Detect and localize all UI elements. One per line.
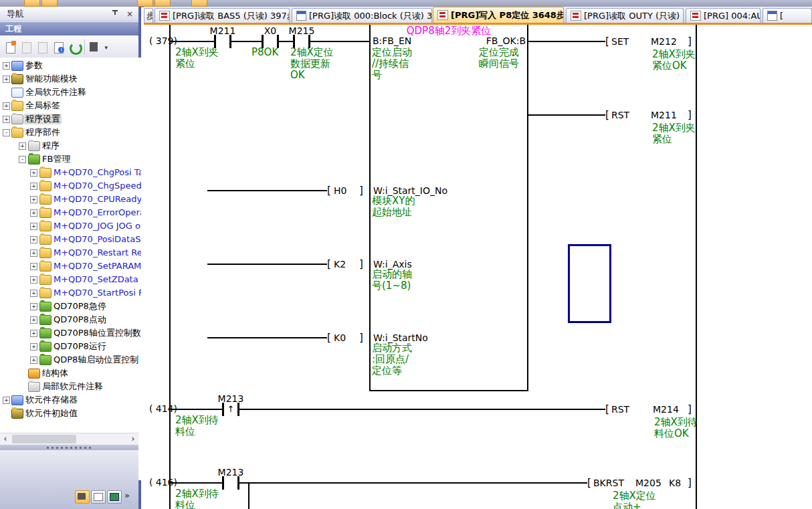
expand-toggle[interactable]: + <box>3 76 10 83</box>
tree-item-device-memory[interactable]: +软元件存储器 <box>0 393 141 407</box>
output-instruction[interactable]: SET <box>611 36 629 47</box>
contact-no[interactable] <box>222 476 239 490</box>
tree-item-qd70p8-axis-posdata[interactable]: +QD70P8轴位置控制数据 <box>0 326 141 340</box>
input-value[interactable]: K0 <box>334 332 346 343</box>
tree-item-qdp8-axis-start[interactable]: +QDP8轴启动位置控制 <box>0 353 141 367</box>
output-device[interactable]: M211 <box>651 110 677 120</box>
toolbar-button-partial[interactable] <box>155 0 171 7</box>
toolbar-button-partial[interactable] <box>191 0 207 7</box>
tree-item-structure[interactable]: 结构体 <box>0 367 141 380</box>
tree-item-program-setting[interactable]: +程序设置 <box>0 112 141 126</box>
expand-toggle[interactable]: + <box>3 62 10 70</box>
tree-item-fb[interactable]: +M+QD70_ErrorOperat <box>0 206 141 219</box>
tree-item-fb[interactable]: +M+QD70_ChgSpeed S <box>0 179 141 193</box>
ladder-cell-cursor[interactable] <box>568 244 611 323</box>
tree-item-fb[interactable]: +M+QD70_SetZData OP <box>0 273 141 286</box>
fb-folder-icon <box>39 288 52 298</box>
folder-icon <box>39 302 52 312</box>
expand-toggle[interactable]: + <box>30 196 37 203</box>
sort-filter-button[interactable]: ▾ <box>88 39 108 54</box>
expand-toggle[interactable]: + <box>30 316 37 324</box>
connection-view-button[interactable] <box>107 490 122 504</box>
expand-toggle[interactable]: + <box>30 209 37 217</box>
expand-toggle[interactable]: + <box>30 249 37 257</box>
tree-item-global-label[interactable]: +全局标签 <box>0 99 141 112</box>
paste-button[interactable] <box>35 39 49 54</box>
expand-toggle[interactable]: + <box>30 343 37 350</box>
expand-toggle[interactable]: + <box>30 183 37 190</box>
expand-toggle[interactable]: + <box>30 236 37 243</box>
expand-toggle[interactable]: + <box>30 330 37 337</box>
tab-partial-left[interactable]: 步 <box>144 8 153 23</box>
tree-item-fb[interactable]: +M+QD70_ChgPosi Tar <box>0 166 141 179</box>
fb-folder-icon <box>39 275 52 285</box>
tree-item-fb[interactable]: +M+QD70_Restart Rest <box>0 246 141 260</box>
tree-item-fb[interactable]: +M+QD70_StartPosi Po <box>0 286 141 300</box>
tree-item-fb[interactable]: +M+QD70_JOG JOG op <box>0 219 141 233</box>
tab-prg-000-block[interactable]: [PRG]读取 000:Block (只读) 38... <box>292 8 432 23</box>
tree-item-fb[interactable]: +M+QD70_CPUReady P <box>0 193 141 206</box>
tab-prg-bas5[interactable]: [PRG]读取 BAS5 (只读) 397步 <box>155 8 290 23</box>
tree-item-qd70p8-estop[interactable]: +QD70P8急停 <box>0 300 141 313</box>
tree-item-parameter[interactable]: +参数 <box>0 59 141 72</box>
refresh-button[interactable] <box>67 39 82 54</box>
expand-toggle[interactable]: + <box>30 223 37 230</box>
scrollbar-thumb[interactable] <box>12 435 76 443</box>
tree-item-pou[interactable]: -程序部件 <box>0 126 141 139</box>
scroll-right-arrow[interactable]: › <box>128 433 138 445</box>
tree-item-program[interactable]: +程序 <box>0 139 141 152</box>
output-instruction[interactable]: RST <box>611 110 629 120</box>
toolbar-button-partial[interactable] <box>137 0 153 7</box>
property-button[interactable]: i <box>51 39 66 54</box>
expand-toggle[interactable]: + <box>30 276 37 284</box>
tree-item-intelligent-function-module[interactable]: +智能功能模块 <box>0 72 141 86</box>
tab-prg-004-auto[interactable]: [PRG] 004:AUTO <box>686 8 760 23</box>
expand-toggle[interactable]: + <box>3 397 10 404</box>
toolbar-button-partial[interactable] <box>41 0 58 7</box>
tree-horizontal-scrollbar[interactable]: ‹ › <box>0 433 138 445</box>
expand-toggle[interactable]: - <box>19 156 26 163</box>
tab-prg-p8-positioning[interactable]: [PRG]写入 P8定位 3648步 × <box>433 7 564 23</box>
tree-item-fb[interactable]: +M+QD70_SetPARAM P <box>0 260 141 273</box>
input-value[interactable]: K2 <box>334 259 346 270</box>
tree-item-device-initial-value[interactable]: 软元件初始值 <box>0 407 141 420</box>
expand-toggle[interactable]: + <box>3 116 10 123</box>
tree-item-qd70p8-jog[interactable]: +QD70P8点动 <box>0 313 141 326</box>
overflow-chevron-icon[interactable]: » <box>124 490 130 500</box>
copy-button[interactable] <box>19 39 33 54</box>
expand-toggle[interactable]: + <box>3 102 10 110</box>
input-value[interactable]: H0 <box>334 185 346 196</box>
panel-splitter[interactable] <box>0 445 138 450</box>
expand-toggle[interactable]: + <box>30 357 37 364</box>
tree-item-fb[interactable]: +M+QD70_PosiDataSet <box>0 233 141 246</box>
expand-toggle[interactable]: + <box>30 169 37 177</box>
expand-toggle[interactable]: + <box>30 290 37 297</box>
new-item-button[interactable] <box>3 39 17 54</box>
toolbar-separator <box>84 39 85 54</box>
tree-item-qd70p8-run[interactable]: +QD70P8运行 <box>0 340 141 353</box>
pin-icon[interactable] <box>109 9 121 20</box>
tree-item-fb-pool[interactable]: -FB管理 <box>0 152 141 166</box>
scroll-left-arrow[interactable]: ‹ <box>0 433 11 445</box>
tab-partial-right[interactable]: [ <box>763 8 812 23</box>
output-instruction[interactable]: BKRST <box>593 478 624 488</box>
tab-prg-outy[interactable]: [PRG]读取 OUTY (只读) 93步 <box>566 8 684 23</box>
expand-toggle[interactable]: + <box>30 303 37 310</box>
expand-toggle[interactable]: - <box>3 129 10 136</box>
tree-item-local-device-comment[interactable]: 局部软元件注释 <box>0 380 141 393</box>
output-device[interactable]: M205 <box>635 478 662 488</box>
output-device[interactable]: M214 <box>653 404 679 415</box>
tree-item-global-device-comment[interactable]: 全局软元件注释 <box>0 86 141 99</box>
output-operand[interactable]: K8 <box>669 478 681 488</box>
contact-rising-pulse[interactable]: ↑ <box>222 403 239 416</box>
project-view-button[interactable] <box>75 490 90 504</box>
close-icon[interactable]: × <box>124 9 136 20</box>
branch-wire <box>248 482 249 509</box>
tab-label: 步 <box>146 10 153 22</box>
expand-toggle[interactable]: + <box>30 263 37 270</box>
user-library-view-button[interactable] <box>91 490 106 504</box>
output-instruction[interactable]: RST <box>611 404 629 415</box>
expand-toggle[interactable]: + <box>19 142 26 150</box>
toolbar-button-partial[interactable] <box>24 0 40 7</box>
output-device[interactable]: M212 <box>651 36 677 47</box>
